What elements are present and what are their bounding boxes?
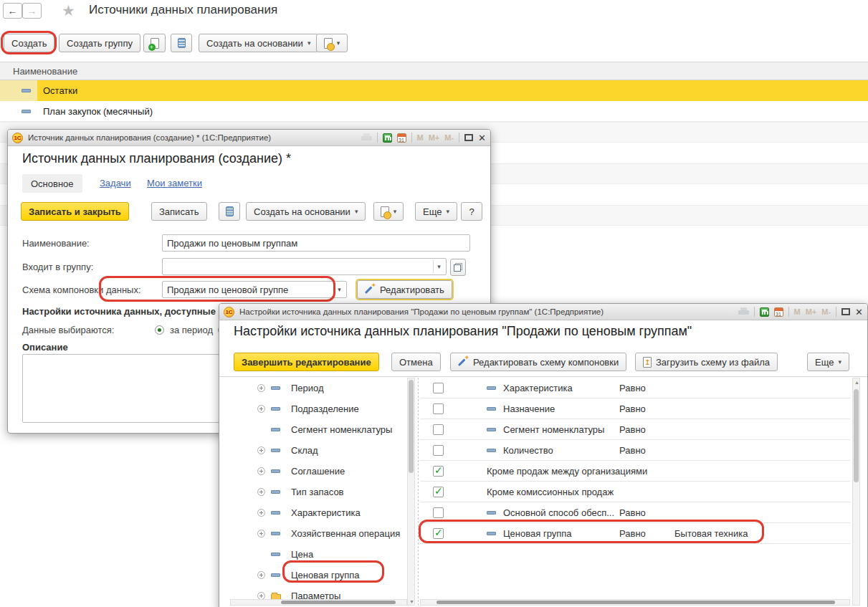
checkbox[interactable] <box>433 487 444 497</box>
dialog-titlebar[interactable]: 1С Источник данных планирования (создани… <box>8 130 490 146</box>
scrollbar-thumb[interactable] <box>854 389 859 482</box>
expand-icon[interactable] <box>257 530 265 537</box>
expand-icon[interactable] <box>257 384 265 392</box>
expand-icon[interactable] <box>257 467 265 475</box>
tree-item[interactable]: Сегмент номенклатуры <box>230 419 407 440</box>
tree-horizontal-scrollbar[interactable] <box>230 599 407 606</box>
star-icon[interactable]: ★ <box>62 2 75 19</box>
checkbox[interactable] <box>433 528 444 539</box>
tab-main[interactable]: Основное <box>22 174 82 193</box>
filter-condition: Равно <box>619 424 646 435</box>
stack-button[interactable] <box>219 202 240 221</box>
radio-for-period[interactable] <box>155 325 164 335</box>
add-document-button[interactable] <box>143 34 166 52</box>
calculator-icon[interactable] <box>760 307 769 317</box>
filter-row[interactable]: Кроме продаж между организациями <box>420 461 850 482</box>
tree-item[interactable]: Тип запасов <box>230 482 407 502</box>
calendar-icon[interactable]: 31 <box>397 133 406 143</box>
filter-row[interactable]: КоличествоРавно <box>420 440 850 461</box>
calendar-icon[interactable]: 31 <box>774 307 783 317</box>
dialog-titlebar[interactable]: 1С Настройки источника данных планирован… <box>219 304 867 320</box>
group-open-button[interactable] <box>450 259 466 276</box>
tree-item[interactable]: Цена <box>230 544 407 565</box>
maximize-icon[interactable] <box>464 134 473 141</box>
memory-m-button[interactable]: M <box>794 307 801 316</box>
expand-icon[interactable] <box>257 509 265 517</box>
checkbox[interactable] <box>433 445 444 456</box>
close-icon[interactable]: ✕ <box>478 133 486 143</box>
edit-composition-schema-button[interactable]: Редактировать схему компоновки <box>450 353 626 371</box>
filter-row[interactable]: Сегмент номенклатурыРавно <box>420 419 850 440</box>
name-input[interactable]: Продажи по ценовым группам <box>162 234 470 252</box>
filter-row[interactable]: Основной способ обесп...Равно <box>420 502 850 523</box>
panel-splitter[interactable] <box>418 378 419 606</box>
memory-m-minus-button[interactable]: M- <box>444 133 454 142</box>
group-input[interactable]: ▾ <box>162 258 447 275</box>
calculator-icon[interactable] <box>383 133 392 143</box>
report-dropdown-button[interactable]: ▾ <box>373 202 404 221</box>
table-row[interactable]: Остатки <box>0 80 868 101</box>
tree-item[interactable]: Подразделение <box>230 398 407 419</box>
forward-button[interactable]: → <box>22 3 42 19</box>
stack-button[interactable] <box>171 34 192 52</box>
expand-icon[interactable] <box>257 571 265 579</box>
tab-my-notes[interactable]: Мои заметки <box>147 178 202 188</box>
tree-item[interactable]: Хозяйственная операция <box>230 523 407 544</box>
tree-item[interactable]: Период <box>230 378 407 398</box>
scroll-down-icon[interactable]: ▼ <box>409 599 415 604</box>
checkbox[interactable] <box>433 507 444 518</box>
load-schema-button[interactable]: Загрузить схему из файла <box>635 353 778 371</box>
dropdown-caret-icon[interactable]: ▾ <box>433 260 444 273</box>
scroll-up-icon[interactable]: ▲ <box>854 380 860 385</box>
filters-vertical-scrollbar[interactable]: ▲ <box>852 378 860 606</box>
scrollbar-thumb[interactable] <box>281 601 396 604</box>
save-button[interactable]: Записать <box>151 202 207 221</box>
dash-icon <box>271 553 280 556</box>
tree-vertical-scrollbar[interactable]: ▼ <box>407 378 415 606</box>
create-button[interactable]: Создать <box>4 34 54 52</box>
table-row[interactable]: План закупок (месячный) <box>0 101 868 122</box>
finish-editing-button[interactable]: Завершить редактирование <box>234 353 379 371</box>
expand-icon[interactable] <box>257 405 265 413</box>
checkbox[interactable] <box>433 466 444 477</box>
save-and-close-button[interactable]: Записать и закрыть <box>21 202 129 221</box>
scrollbar-thumb[interactable] <box>409 380 414 473</box>
checkbox[interactable] <box>433 383 444 393</box>
tab-tasks[interactable]: Задачи <box>100 178 131 188</box>
print-icon[interactable] <box>361 133 372 142</box>
close-icon[interactable]: ✕ <box>855 307 863 317</box>
edit-schema-button[interactable]: Редактировать <box>357 280 452 299</box>
schema-input[interactable]: Продажи по ценовой группе ▾ <box>162 281 347 298</box>
filter-row[interactable]: ХарактеристикаРавно <box>420 378 850 398</box>
table-header[interactable]: Наименование <box>0 62 868 80</box>
tree-item[interactable]: Склад <box>230 440 407 461</box>
back-button[interactable]: ← <box>3 3 22 19</box>
maximize-icon[interactable] <box>841 308 850 315</box>
more-button[interactable]: Еще▾ <box>807 353 849 371</box>
dropdown-caret-icon[interactable]: ▾ <box>333 283 345 296</box>
memory-m-plus-button[interactable]: M+ <box>429 133 440 142</box>
expand-icon[interactable] <box>257 488 265 496</box>
filter-row[interactable]: Ценовая группаРавноБытовая техника <box>420 523 850 544</box>
memory-m-button[interactable]: M <box>417 133 424 142</box>
create-based-on-button[interactable]: Создать на основании▾ <box>199 34 318 52</box>
cancel-button[interactable]: Отмена <box>391 353 441 371</box>
more-button[interactable]: Еще▾ <box>415 202 457 221</box>
memory-m-minus-button[interactable]: M- <box>821 307 831 316</box>
create-group-button[interactable]: Создать группу <box>59 34 140 52</box>
checkbox[interactable] <box>433 424 444 435</box>
expand-icon[interactable] <box>257 446 265 454</box>
print-icon[interactable] <box>738 307 749 316</box>
create-based-on-button[interactable]: Создать на основании▾ <box>246 202 366 221</box>
tree-item[interactable]: Характеристика <box>230 502 407 523</box>
help-button[interactable]: ? <box>461 202 482 221</box>
tree-item[interactable]: Соглашение <box>230 461 407 482</box>
checkbox[interactable] <box>433 403 444 414</box>
filter-row[interactable]: Кроме комиссионных продаж <box>420 482 850 502</box>
filter-row[interactable]: НазначениеРавно <box>420 398 850 419</box>
memory-m-plus-button[interactable]: M+ <box>806 307 817 316</box>
scrollbar-thumb[interactable] <box>437 601 835 604</box>
filters-horizontal-scrollbar[interactable] <box>420 599 850 606</box>
tree-item[interactable]: Ценовая группа <box>230 565 407 586</box>
report-dropdown-button[interactable]: ▾ <box>316 34 348 52</box>
